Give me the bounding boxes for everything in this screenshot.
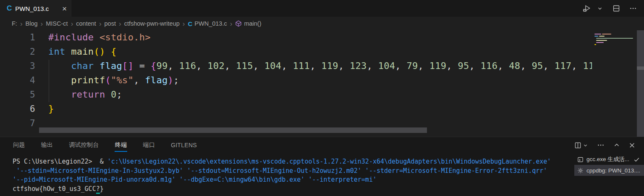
panel-tab-problems[interactable]: 问题	[13, 137, 26, 153]
editor-scrollbar-vertical[interactable]	[637, 30, 644, 137]
split-terminal-icon[interactable]	[573, 140, 589, 150]
breadcrumb-separator: ›	[20, 20, 23, 27]
code-token: {	[111, 46, 117, 57]
more-actions-icon[interactable]	[596, 140, 606, 150]
terminal-line: PS C:\Users\Legion22> & 'c:\Users\Legion…	[13, 157, 574, 167]
breadcrumb-label: post	[105, 20, 116, 27]
breadcrumb-label: ctfshow-pwn-writeup	[124, 20, 180, 27]
code-token: )	[168, 75, 173, 85]
code-token	[48, 75, 71, 85]
code-token: ,	[418, 61, 429, 71]
code-token: ,	[520, 61, 531, 71]
code-token: ,	[469, 61, 480, 71]
code-token: 102	[207, 61, 225, 71]
code-line: 5 return 0;	[0, 87, 644, 102]
more-actions-icon[interactable]	[628, 3, 638, 13]
terminal-token: PS C:\Users\Legion22>	[13, 158, 100, 165]
terminal-panel: PS C:\Users\Legion22> & 'c:\Users\Legion…	[0, 153, 644, 196]
close-tab-icon[interactable]: ×	[62, 5, 67, 13]
code-line-content: }	[48, 102, 592, 116]
breadcrumb-item[interactable]: post	[105, 20, 116, 27]
close-panel-icon[interactable]	[628, 141, 636, 150]
breadcrumb: F:›Blog›MISC-ct›content›post›ctfshow-pwn…	[0, 17, 644, 30]
breadcrumb-item[interactable]: content	[76, 20, 96, 27]
terminal-output[interactable]: PS C:\Users\Legion22> & 'c:\Users\Legion…	[0, 153, 574, 196]
code-token: []	[122, 61, 134, 71]
code-token: 95	[458, 61, 469, 71]
code-token: 116	[481, 61, 498, 71]
panel-tab-debug-console[interactable]: 调试控制台	[68, 137, 99, 153]
line-number: 1	[0, 30, 35, 45]
maximize-panel-icon[interactable]	[613, 141, 621, 149]
code-token: 104	[264, 61, 282, 71]
code-token: ;	[117, 89, 123, 100]
panel-tab-output[interactable]: 输出	[41, 137, 54, 153]
task-terminal-icon	[577, 156, 584, 163]
breadcrumb-label: main()	[244, 20, 261, 27]
run-or-debug-icon[interactable]	[581, 3, 593, 14]
breadcrumb-item[interactable]: CPWN_013.c	[188, 20, 227, 27]
panel-actions	[573, 140, 644, 150]
panel-tab-bar: 问题输出调试控制台终端端口GITLENS	[0, 137, 644, 153]
code-token: 79	[406, 61, 418, 71]
terminal-token: '--stdin=Microsoft-MIEngine-In-3ustyux2.…	[13, 167, 547, 175]
c-language-icon: C	[7, 4, 12, 13]
breadcrumb-label: F:	[12, 20, 17, 27]
code-token	[94, 61, 99, 71]
panel-tab-terminal[interactable]: 终端	[115, 137, 128, 153]
terminal-list-label: cppdbg: PWN_013....	[586, 167, 640, 174]
code-token: {	[151, 61, 157, 71]
code-token: 111	[293, 61, 310, 71]
terminal-list-item[interactable]: gcc.exe 生成活...	[574, 154, 644, 165]
terminal-line: ctfshow{hOw_t0_us3_GCC?}	[13, 185, 574, 194]
code-token: 115	[236, 61, 253, 71]
chevron-down-icon[interactable]	[596, 5, 604, 12]
panel-tab-ports[interactable]: 端口	[142, 137, 155, 153]
line-number: 3	[0, 59, 35, 73]
code-token	[48, 89, 71, 100]
code-token: 119	[321, 61, 338, 71]
scrollbar-band	[637, 66, 644, 70]
indent-guide	[49, 60, 49, 102]
terminal-list-item[interactable]: cppdbg: PWN_013....	[574, 165, 644, 176]
code-token: 104	[378, 61, 395, 71]
code-token: 99	[156, 61, 168, 71]
code-editor[interactable]: 1#include <stdio.h>2int main() {3 char f…	[0, 30, 644, 137]
breadcrumb-item[interactable]: F:	[12, 20, 17, 27]
panel-tab-gitlens[interactable]: GITLENS	[170, 138, 197, 153]
breadcrumb-item[interactable]: main()	[235, 20, 261, 27]
code-token: ,	[281, 61, 293, 71]
code-token: }	[48, 103, 54, 114]
code-token: ,	[497, 61, 509, 71]
tab-pwn-013-c[interactable]: C PWN_013.c ×	[0, 0, 71, 17]
code-token: int	[48, 46, 65, 57]
code-token: #include	[48, 32, 94, 42]
code-token: ,	[543, 61, 555, 71]
code-token: "%s"	[111, 75, 134, 85]
c-language-icon: C	[188, 20, 192, 27]
code-line: 3 char flag[] = {99, 116, 102, 115, 104,…	[0, 59, 644, 73]
code-token	[105, 89, 111, 100]
breadcrumb-item[interactable]: MISC-ct	[46, 20, 68, 27]
split-editor-icon[interactable]	[611, 3, 621, 13]
terminal-token: }	[100, 185, 104, 193]
code-line: 4 printf("%s", flag);	[0, 73, 644, 87]
terminal-token: '--pid=Microsoft-MIEngine-Pid-unorxa0d.m…	[13, 176, 377, 183]
code-token: 95	[531, 61, 543, 71]
breadcrumb-item[interactable]: ctfshow-pwn-writeup	[124, 20, 180, 27]
code-token	[65, 46, 71, 57]
breadcrumb-item[interactable]: Blog	[26, 20, 38, 27]
code-line: 2int main() {	[0, 45, 644, 59]
line-number: 4	[0, 73, 35, 87]
minimap[interactable]	[592, 30, 637, 137]
breadcrumb-separator: ›	[71, 20, 73, 27]
terminal-token: ctfshow{hOw_t0_us3_GCC	[13, 185, 96, 193]
code-token: (	[105, 75, 111, 85]
code-token: main	[71, 46, 94, 57]
code-token: flag	[99, 61, 122, 71]
editor-scrollbar-horizontal[interactable]	[39, 127, 427, 133]
code-token: 119	[429, 61, 447, 71]
breadcrumb-separator: ›	[41, 20, 43, 27]
panel-tabs: 问题输出调试控制台终端端口GITLENS	[13, 137, 197, 153]
line-number: 5	[0, 87, 35, 102]
